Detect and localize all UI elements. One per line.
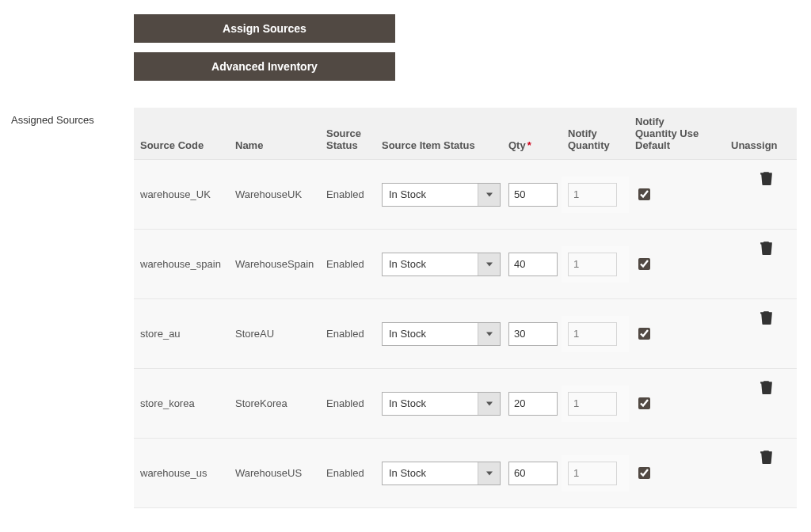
unassign-button[interactable] — [760, 310, 773, 327]
source-item-status-value: In Stock — [383, 184, 478, 206]
qty-input[interactable] — [508, 462, 558, 485]
source-item-status-value: In Stock — [383, 253, 478, 276]
cell-source-status: Enabled — [320, 182, 375, 207]
col-qty-label: Qty — [508, 139, 526, 151]
source-item-status-value: In Stock — [383, 393, 478, 415]
cell-name: StoreKorea — [229, 391, 320, 416]
col-unassign: Unassign — [712, 139, 797, 151]
grid-header: Source Code Name Source Status Source It… — [134, 108, 797, 160]
cell-source-code: warehouse_UK — [134, 182, 229, 207]
notify-qty-use-default-checkbox[interactable] — [638, 258, 650, 270]
notify-qty-input — [568, 322, 617, 346]
notify-qty-input — [568, 392, 617, 416]
col-notify-qty: Notify Quantity — [562, 127, 629, 151]
source-item-status-select[interactable]: In Stock — [382, 253, 501, 276]
source-item-status-select[interactable]: In Stock — [382, 392, 501, 416]
unassign-button[interactable] — [760, 241, 773, 257]
cell-source-code: store_au — [134, 321, 229, 346]
cell-source-status: Enabled — [320, 391, 375, 416]
notify-qty-input — [568, 462, 617, 485]
section-title: Assigned Sources — [11, 108, 134, 126]
col-notify-default: Notify Quantity Use Default — [629, 116, 712, 151]
col-source-item-status: Source Item Status — [375, 139, 502, 151]
cell-source-status: Enabled — [320, 461, 375, 485]
source-item-status-value: In Stock — [383, 462, 478, 484]
cell-name: StoreAU — [229, 321, 320, 346]
col-qty: Qty* — [502, 139, 562, 151]
unassign-button[interactable] — [760, 380, 773, 397]
unassign-button[interactable] — [760, 450, 773, 466]
unassign-button[interactable] — [760, 171, 773, 188]
notify-qty-input — [568, 183, 617, 207]
col-source-status: Source Status — [320, 127, 375, 151]
qty-input[interactable] — [508, 392, 558, 416]
col-name: Name — [229, 139, 320, 151]
chevron-down-icon — [478, 462, 500, 484]
cell-source-status: Enabled — [320, 252, 375, 276]
chevron-down-icon — [478, 184, 500, 206]
required-marker: * — [527, 139, 531, 151]
cell-source-code: warehouse_us — [134, 461, 229, 485]
col-source-code: Source Code — [134, 139, 229, 151]
chevron-down-icon — [478, 253, 500, 276]
table-row: warehouse_UK WarehouseUK Enabled In Stoc… — [134, 160, 797, 230]
source-item-status-select[interactable]: In Stock — [382, 462, 501, 485]
qty-input[interactable] — [508, 253, 558, 276]
notify-qty-use-default-checkbox[interactable] — [638, 188, 650, 200]
trash-icon — [760, 454, 773, 466]
chevron-down-icon — [478, 393, 500, 415]
notify-qty-use-default-checkbox[interactable] — [638, 328, 650, 340]
assign-sources-button[interactable]: Assign Sources — [134, 14, 395, 43]
trash-icon — [760, 385, 773, 397]
cell-source-status: Enabled — [320, 321, 375, 346]
table-row: warehouse_us WarehouseUS Enabled In Stoc… — [134, 439, 797, 508]
cell-name: WarehouseSpain — [229, 252, 320, 276]
trash-icon — [760, 176, 773, 188]
notify-qty-input — [568, 253, 617, 276]
qty-input[interactable] — [508, 183, 558, 207]
cell-name: WarehouseUS — [229, 461, 320, 485]
chevron-down-icon — [478, 323, 500, 345]
source-item-status-select[interactable]: In Stock — [382, 183, 501, 207]
cell-source-code: warehouse_spain — [134, 252, 229, 276]
table-row: warehouse_spain WarehouseSpain Enabled I… — [134, 230, 797, 299]
table-row: store_au StoreAU Enabled In Stock — [134, 299, 797, 369]
table-row: store_korea StoreKorea Enabled In Stock — [134, 369, 797, 439]
trash-icon — [760, 245, 773, 257]
notify-qty-use-default-checkbox[interactable] — [638, 397, 650, 409]
assigned-sources-grid: Source Code Name Source Status Source It… — [134, 108, 797, 508]
source-item-status-select[interactable]: In Stock — [382, 322, 501, 346]
advanced-inventory-button[interactable]: Advanced Inventory — [134, 52, 395, 81]
trash-icon — [760, 315, 773, 327]
source-item-status-value: In Stock — [383, 323, 478, 345]
qty-input[interactable] — [508, 322, 558, 346]
cell-name: WarehouseUK — [229, 182, 320, 207]
notify-qty-use-default-checkbox[interactable] — [638, 467, 650, 479]
cell-source-code: store_korea — [134, 391, 229, 416]
